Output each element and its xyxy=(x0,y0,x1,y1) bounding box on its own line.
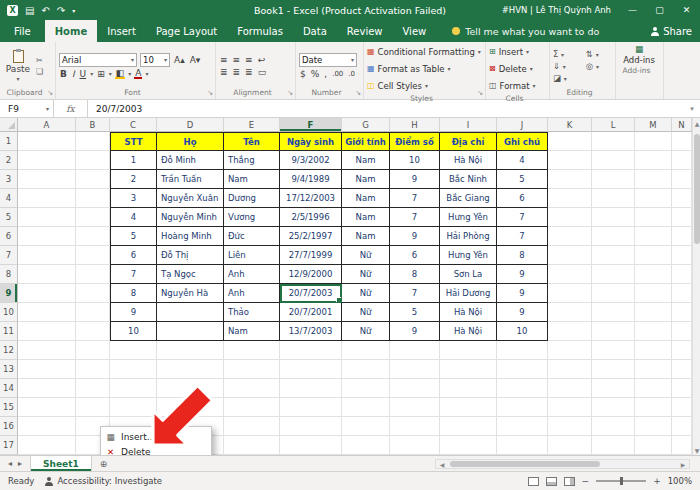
table-cell[interactable]: Nguyễn Minh xyxy=(157,208,224,227)
table-cell[interactable]: Hưng Yên xyxy=(440,246,497,265)
grid-cell[interactable] xyxy=(280,398,342,417)
grid-cell[interactable] xyxy=(342,436,390,455)
grid-cell[interactable] xyxy=(672,208,692,227)
table-cell[interactable]: Nữ xyxy=(342,303,390,322)
accessibility-button[interactable]: Accessibility: Investigate xyxy=(44,476,162,486)
name-box[interactable]: F9 ▾ xyxy=(0,100,54,117)
table-cell[interactable]: Hà Nội xyxy=(440,303,497,322)
alignment-dialog-launcher-icon[interactable]: ↘ xyxy=(287,89,293,97)
conditional-formatting-button[interactable]: ▦Conditional Formatting▾ xyxy=(367,44,482,59)
grid-cell[interactable] xyxy=(548,132,592,151)
table-header-cell[interactable]: Điểm số xyxy=(390,132,440,151)
grid-cell[interactable] xyxy=(76,379,110,398)
table-header-cell[interactable]: Tên xyxy=(224,132,280,151)
grid-cell[interactable] xyxy=(280,341,342,360)
grid-cell[interactable] xyxy=(635,132,672,151)
row-header-7[interactable]: 7 xyxy=(0,246,18,265)
grid-cell[interactable] xyxy=(497,379,548,398)
grid-cell[interactable] xyxy=(342,341,390,360)
grid-cell[interactable] xyxy=(672,189,692,208)
grid-cell[interactable] xyxy=(76,284,110,303)
grid-cell[interactable] xyxy=(342,417,390,436)
grid-cell[interactable] xyxy=(440,360,497,379)
table-header-cell[interactable]: Địa chỉ xyxy=(440,132,497,151)
grid-cell[interactable] xyxy=(390,436,440,455)
column-header-d[interactable]: D xyxy=(157,118,224,132)
grid-cell[interactable] xyxy=(548,398,592,417)
grid-cell[interactable] xyxy=(224,398,280,417)
grid-cell[interactable] xyxy=(18,151,76,170)
grid-cell[interactable] xyxy=(76,303,110,322)
table-cell[interactable]: 25/2/1997 xyxy=(280,227,342,246)
borders-icon[interactable]: ⊞ xyxy=(96,69,106,79)
grid-cell[interactable] xyxy=(224,417,280,436)
grid-cell[interactable] xyxy=(635,360,672,379)
table-header-cell[interactable]: Giới tính xyxy=(342,132,390,151)
table-cell[interactable]: Đỗ Thị xyxy=(157,246,224,265)
tab-formulas[interactable]: Formulas xyxy=(227,20,293,42)
clipboard-dialog-launcher-icon[interactable]: ↘ xyxy=(47,89,53,97)
cell-styles-button[interactable]: ◫Cell Styles▾ xyxy=(367,78,482,93)
table-cell[interactable]: Hải Phòng xyxy=(440,227,497,246)
zoom-slider[interactable] xyxy=(596,480,646,482)
grid-cell[interactable] xyxy=(635,379,672,398)
grid-cell[interactable] xyxy=(18,322,76,341)
table-cell[interactable]: Dương xyxy=(224,189,280,208)
table-cell[interactable]: 9/3/2002 xyxy=(280,151,342,170)
grid-cell[interactable] xyxy=(224,379,280,398)
column-header-i[interactable]: I xyxy=(440,118,497,132)
row-header-12[interactable]: 12 xyxy=(0,341,18,360)
addins-button[interactable]: ▦ Add-ins xyxy=(619,44,659,65)
table-cell[interactable]: Nam xyxy=(342,170,390,189)
grid-cell[interactable] xyxy=(18,132,76,151)
grid-cell[interactable] xyxy=(18,341,76,360)
grid-cell[interactable] xyxy=(76,246,110,265)
grid-cell[interactable] xyxy=(672,246,692,265)
column-header-g[interactable]: G xyxy=(342,118,390,132)
grid-cell[interactable] xyxy=(592,398,635,417)
table-cell[interactable]: 2/5/1996 xyxy=(280,208,342,227)
grid-cell[interactable] xyxy=(635,322,672,341)
grid-cell[interactable] xyxy=(548,303,592,322)
grid-cell[interactable] xyxy=(548,189,592,208)
currency-icon[interactable]: $ xyxy=(299,69,307,79)
table-cell[interactable]: 1 xyxy=(110,151,157,170)
grid-cell[interactable] xyxy=(18,265,76,284)
grid-cell[interactable] xyxy=(592,227,635,246)
increase-decimal-icon[interactable]: .00 xyxy=(331,70,344,78)
grid-cell[interactable] xyxy=(76,170,110,189)
grid-cell[interactable] xyxy=(18,379,76,398)
table-cell[interactable]: 5 xyxy=(390,303,440,322)
undo-icon[interactable]: ↶ xyxy=(41,5,49,16)
grid-cell[interactable] xyxy=(18,398,76,417)
grid-cell[interactable] xyxy=(440,398,497,417)
row-header-16[interactable]: 16 xyxy=(0,417,18,436)
zoom-level-label[interactable]: 100% xyxy=(668,476,692,486)
grid-cell[interactable] xyxy=(110,360,157,379)
table-cell[interactable]: Nam xyxy=(342,189,390,208)
fill-color-caret-icon[interactable]: ▾ xyxy=(128,70,131,77)
decrease-font-icon[interactable]: A▾ xyxy=(189,55,202,65)
grid-cell[interactable] xyxy=(497,341,548,360)
table-header-cell[interactable]: Ngày sinh xyxy=(280,132,342,151)
column-header-f[interactable]: F xyxy=(280,118,342,132)
table-cell[interactable]: 10 xyxy=(110,322,157,341)
selected-cell-f9[interactable]: 20/7/2003 xyxy=(280,284,342,303)
borders-caret-icon[interactable]: ▾ xyxy=(109,70,112,77)
vertical-scrollbar[interactable]: ▲ ▼ xyxy=(692,118,700,455)
table-cell[interactable]: 8 xyxy=(390,265,440,284)
vertical-scroll-thumb[interactable] xyxy=(694,134,700,244)
table-cell[interactable]: 9 xyxy=(390,322,440,341)
grid-cell[interactable] xyxy=(592,284,635,303)
table-cell[interactable]: 20/7/2001 xyxy=(280,303,342,322)
grid-cell[interactable] xyxy=(548,284,592,303)
grid-cell[interactable] xyxy=(76,151,110,170)
table-cell[interactable]: 3 xyxy=(110,189,157,208)
table-cell[interactable]: 5 xyxy=(497,170,548,189)
horizontal-scroll-thumb[interactable] xyxy=(450,461,600,467)
table-cell[interactable]: Hải Dương xyxy=(440,284,497,303)
tell-me-box[interactable]: Tell me what you want to do xyxy=(452,20,599,42)
grid-cell[interactable] xyxy=(440,417,497,436)
zoom-slider-handle[interactable] xyxy=(620,477,623,485)
table-cell[interactable]: 4 xyxy=(110,208,157,227)
